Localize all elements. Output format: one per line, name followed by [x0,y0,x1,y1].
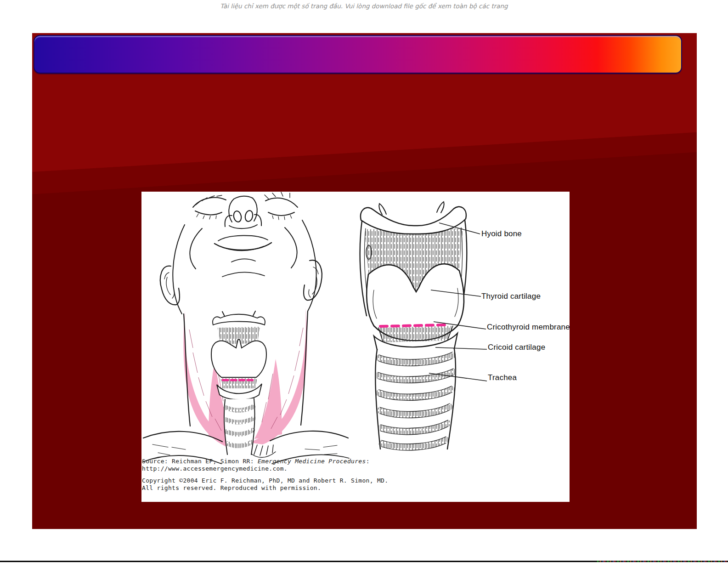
figure-copyright-line1: Copyright ©2004 Eric F. Reichman, PhD, M… [142,477,388,484]
slide: Hyoid bone Thyroid cartilage Cricothyroi… [32,33,697,529]
label-cricothyroid-membrane: Cricothyroid membrane [487,323,570,332]
larynx-figure [360,202,467,450]
figure-source-line2: http://www.accessemergencymedicine.com. [142,465,388,472]
slide-title-bar [34,35,682,74]
page: { "page": { "top_notice": "Tài liệu chỉ … [0,0,728,563]
label-trachea: Trachea [488,373,517,382]
figure-source-line1: Source: Reichman EF, Simon RR: Emergency… [142,458,388,465]
page-bottom-border-noise [597,561,728,562]
label-cricoid-cartilage: Cricoid cartilage [488,343,545,352]
label-hyoid-bone: Hyoid bone [481,229,522,239]
label-thyroid-cartilage: Thyroid cartilage [481,292,541,301]
figure-caption: Source: Reichman EF, Simon RR: Emergency… [142,458,388,492]
figure-panel: Hyoid bone Thyroid cartilage Cricothyroi… [141,192,570,502]
preview-notice: Tài liệu chỉ xem được một số trang đầu. … [0,2,728,10]
figure-copyright-line2: All rights reserved. Reproduced with per… [142,484,388,492]
